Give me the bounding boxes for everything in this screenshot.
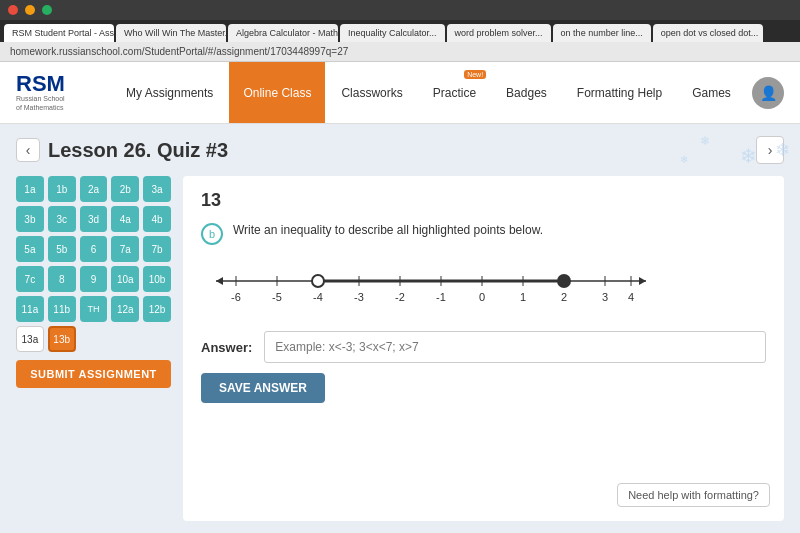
q-btn-10b[interactable]: 10b [143,266,171,292]
q-btn-3d[interactable]: 3d [80,206,108,232]
q-btn-5b[interactable]: 5b [48,236,76,262]
close-window-icon[interactable] [8,5,18,15]
q-btn-5a[interactable]: 5a [16,236,44,262]
nav-bar: RSM Russian Schoolof Mathematics My Assi… [0,62,800,124]
svg-marker-1 [216,277,223,285]
right-panel: 13 b Write an inequality to describe all… [183,176,784,521]
q-btn-10a[interactable]: 10a [111,266,139,292]
svg-text:-2: -2 [395,291,405,303]
q-btn-13b[interactable]: 13b [48,326,76,352]
q-btn-3c[interactable]: 3c [48,206,76,232]
nav-games[interactable]: Games [678,62,745,123]
q-btn-12b[interactable]: 12b [143,296,171,322]
tab-master[interactable]: Who Will Win The Master... [116,24,226,42]
tab-word[interactable]: word problem solver... [447,24,551,42]
svg-text:-5: -5 [272,291,282,303]
question-grid: 1a 1b 2a 2b 3a 3b 3c 3d 4a 4b 5a 5b 6 7a… [16,176,171,352]
q-btn-12a[interactable]: 12a [111,296,139,322]
problem-number: 13 [201,190,766,211]
tab-rsm[interactable]: RSM Student Portal - Assign... [4,24,114,42]
logo-text: RSM [16,73,96,95]
content-area: 1a 1b 2a 2b 3a 3b 3c 3d 4a 4b 5a 5b 6 7a… [16,176,784,521]
save-answer-button[interactable]: SAVE ANSWER [201,373,325,403]
back-button[interactable]: ‹ [16,138,40,162]
tab-bar: RSM Student Portal - Assign... Who Will … [0,20,800,42]
help-formatting-button[interactable]: Need help with formatting? [617,483,770,507]
q-btn-3a[interactable]: 3a [143,176,171,202]
q-btn-7c[interactable]: 7c [16,266,44,292]
svg-text:-4: -4 [313,291,323,303]
lesson-header: ‹ Lesson 26. Quiz #3 › [16,136,784,164]
submit-assignment-button[interactable]: SUBMIT ASSIGNMENT [16,360,171,388]
svg-text:1: 1 [520,291,526,303]
answer-row: Answer: [201,331,766,363]
svg-marker-2 [639,277,646,285]
svg-text:-3: -3 [354,291,364,303]
q-btn-8[interactable]: 8 [48,266,76,292]
tab-inequality[interactable]: Inequality Calculator... [340,24,445,42]
svg-text:3: 3 [602,291,608,303]
lesson-title: Lesson 26. Quiz #3 [48,139,228,162]
q-btn-7b[interactable]: 7b [143,236,171,262]
question-text: Write an inequality to describe all high… [233,221,543,239]
question-part: b Write an inequality to describe all hi… [201,221,766,245]
url-text: homework.russianschool.com/StudentPortal… [10,46,348,57]
q-btn-2a[interactable]: 2a [80,176,108,202]
svg-point-27 [558,275,570,287]
answer-label: Answer: [201,340,252,355]
q-btn-9[interactable]: 9 [80,266,108,292]
rsm-logo: RSM Russian Schoolof Mathematics [16,73,96,113]
nav-formatting-help[interactable]: Formatting Help [563,62,676,123]
nav-online-class[interactable]: Online Class [229,62,325,123]
svg-text:0: 0 [479,291,485,303]
svg-point-26 [312,275,324,287]
nav-practice[interactable]: Practice New! [419,62,490,123]
nav-badges[interactable]: Badges [492,62,561,123]
svg-text:-6: -6 [231,291,241,303]
q-btn-7a[interactable]: 7a [111,236,139,262]
q-btn-4b[interactable]: 4b [143,206,171,232]
new-badge: New! [464,70,486,79]
q-btn-11b[interactable]: 11b [48,296,76,322]
q-btn-13a[interactable]: 13a [16,326,44,352]
svg-text:4: 4 [628,291,634,303]
number-line-container: -6 -5 -4 -3 -2 -1 [201,259,766,317]
q-btn-4a[interactable]: 4a [111,206,139,232]
minimize-window-icon[interactable] [25,5,35,15]
q-btn-1b[interactable]: 1b [48,176,76,202]
svg-text:2: 2 [561,291,567,303]
browser-chrome [0,0,800,20]
number-line-svg: -6 -5 -4 -3 -2 -1 [201,259,661,314]
tab-algebra[interactable]: Algebra Calculator - MathPapa [228,24,338,42]
q-btn-2b[interactable]: 2b [111,176,139,202]
q-btn-11a[interactable]: 11a [16,296,44,322]
q-btn-3b[interactable]: 3b [16,206,44,232]
main-content: ❄ ❄ ❄ ❄ ❄ ❄ ❄ ‹ Lesson 26. Quiz #3 › 1a … [0,124,800,533]
part-badge: b [201,223,223,245]
q-btn-6[interactable]: 6 [80,236,108,262]
logo-subtext: Russian Schoolof Mathematics [16,95,96,112]
left-panel: 1a 1b 2a 2b 3a 3b 3c 3d 4a 4b 5a 5b 6 7a… [16,176,171,521]
q-btn-1a[interactable]: 1a [16,176,44,202]
collapse-button[interactable]: › [756,136,784,164]
maximize-window-icon[interactable] [42,5,52,15]
q-btn-th[interactable]: TH [80,296,108,322]
user-avatar[interactable]: 👤 [752,77,784,109]
nav-my-assignments[interactable]: My Assignments [112,62,227,123]
tab-dotdoc[interactable]: open dot vs closed dot... [653,24,763,42]
nav-items: My Assignments Online Class Classworks P… [112,62,745,123]
nav-classworks[interactable]: Classworks [327,62,416,123]
address-bar[interactable]: homework.russianschool.com/StudentPortal… [0,42,800,62]
tab-numberline[interactable]: on the number line... [553,24,651,42]
answer-input[interactable] [264,331,766,363]
svg-text:-1: -1 [436,291,446,303]
